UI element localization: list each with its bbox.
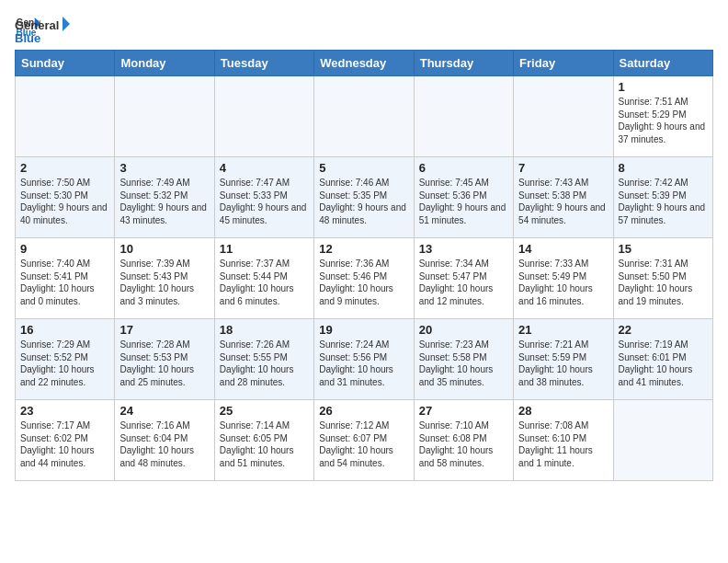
day-info: Sunrise: 7:42 AM Sunset: 5:39 PM Dayligh…: [619, 177, 708, 226]
day-info: Sunrise: 7:50 AM Sunset: 5:30 PM Dayligh…: [20, 177, 109, 226]
day-info: Sunrise: 7:24 AM Sunset: 5:56 PM Dayligh…: [319, 339, 408, 388]
day-info: Sunrise: 7:33 AM Sunset: 5:49 PM Dayligh…: [518, 258, 608, 307]
day-cell: 24Sunrise: 7:16 AM Sunset: 6:04 PM Dayli…: [115, 400, 214, 481]
day-cell: 10Sunrise: 7:39 AM Sunset: 5:43 PM Dayli…: [115, 238, 214, 319]
day-info: Sunrise: 7:28 AM Sunset: 5:53 PM Dayligh…: [119, 339, 209, 388]
day-cell: 16Sunrise: 7:29 AM Sunset: 5:52 PM Dayli…: [16, 319, 115, 400]
day-number: 20: [419, 323, 508, 337]
day-cell: 20Sunrise: 7:23 AM Sunset: 5:58 PM Dayli…: [414, 319, 513, 400]
day-info: Sunrise: 7:46 AM Sunset: 5:35 PM Dayligh…: [319, 177, 408, 226]
day-info: Sunrise: 7:36 AM Sunset: 5:46 PM Dayligh…: [319, 258, 408, 307]
day-number: 17: [119, 323, 209, 337]
day-number: 12: [319, 242, 408, 256]
day-number: 1: [619, 80, 708, 94]
day-number: 8: [619, 161, 708, 175]
day-cell: [16, 76, 115, 157]
day-info: Sunrise: 7:21 AM Sunset: 5:59 PM Dayligh…: [518, 339, 608, 388]
day-number: 11: [220, 242, 309, 256]
day-info: Sunrise: 7:43 AM Sunset: 5:38 PM Dayligh…: [518, 177, 608, 226]
day-info: Sunrise: 7:17 AM Sunset: 6:02 PM Dayligh…: [20, 419, 109, 469]
day-cell: 22Sunrise: 7:19 AM Sunset: 6:01 PM Dayli…: [613, 319, 712, 400]
day-info: Sunrise: 7:08 AM Sunset: 6:10 PM Dayligh…: [518, 419, 608, 469]
weekday-header-tuesday: Tuesday: [214, 51, 313, 76]
day-info: Sunrise: 7:39 AM Sunset: 5:43 PM Dayligh…: [119, 258, 209, 307]
day-cell: 25Sunrise: 7:14 AM Sunset: 6:05 PM Dayli…: [214, 400, 313, 481]
day-cell: 12Sunrise: 7:36 AM Sunset: 5:46 PM Dayli…: [314, 238, 414, 319]
day-number: 10: [119, 242, 209, 256]
day-info: Sunrise: 7:29 AM Sunset: 5:52 PM Dayligh…: [20, 339, 109, 388]
weekday-header-saturday: Saturday: [613, 51, 712, 76]
day-cell: [414, 76, 513, 157]
weekday-header-row: SundayMondayTuesdayWednesdayThursdayFrid…: [16, 51, 713, 76]
svg-text:Blue: Blue: [15, 31, 40, 45]
day-cell: 17Sunrise: 7:28 AM Sunset: 5:53 PM Dayli…: [115, 319, 214, 400]
day-number: 2: [20, 161, 109, 175]
svg-text:General: General: [15, 18, 59, 32]
day-info: Sunrise: 7:49 AM Sunset: 5:32 PM Dayligh…: [119, 177, 209, 226]
day-number: 24: [119, 404, 209, 418]
day-number: 15: [619, 242, 708, 256]
day-number: 16: [20, 323, 109, 337]
day-number: 18: [220, 323, 309, 337]
weekday-header-wednesday: Wednesday: [314, 51, 414, 76]
day-cell: 7Sunrise: 7:43 AM Sunset: 5:38 PM Daylig…: [514, 157, 613, 238]
day-number: 26: [319, 404, 408, 418]
day-number: 5: [319, 161, 408, 175]
day-cell: [514, 76, 613, 157]
day-cell: 4Sunrise: 7:47 AM Sunset: 5:33 PM Daylig…: [214, 157, 313, 238]
day-info: Sunrise: 7:40 AM Sunset: 5:41 PM Dayligh…: [20, 258, 109, 307]
day-info: Sunrise: 7:45 AM Sunset: 5:36 PM Dayligh…: [419, 177, 508, 226]
day-info: Sunrise: 7:26 AM Sunset: 5:55 PM Dayligh…: [220, 339, 309, 388]
day-cell: 21Sunrise: 7:21 AM Sunset: 5:59 PM Dayli…: [514, 319, 613, 400]
svg-marker-5: [63, 17, 70, 31]
day-number: 28: [518, 404, 608, 418]
day-cell: 11Sunrise: 7:37 AM Sunset: 5:44 PM Dayli…: [214, 238, 313, 319]
day-info: Sunrise: 7:14 AM Sunset: 6:05 PM Dayligh…: [220, 419, 309, 469]
day-cell: 27Sunrise: 7:10 AM Sunset: 6:08 PM Dayli…: [414, 400, 513, 481]
day-info: Sunrise: 7:19 AM Sunset: 6:01 PM Dayligh…: [619, 339, 708, 388]
day-cell: 9Sunrise: 7:40 AM Sunset: 5:41 PM Daylig…: [16, 238, 115, 319]
day-cell: [214, 76, 313, 157]
day-number: 22: [619, 323, 708, 337]
day-number: 19: [319, 323, 408, 337]
week-row-5: 23Sunrise: 7:17 AM Sunset: 6:02 PM Dayli…: [16, 400, 713, 481]
day-cell: 28Sunrise: 7:08 AM Sunset: 6:10 PM Dayli…: [514, 400, 613, 481]
day-number: 3: [119, 161, 209, 175]
day-info: Sunrise: 7:31 AM Sunset: 5:50 PM Dayligh…: [619, 258, 708, 307]
week-row-2: 2Sunrise: 7:50 AM Sunset: 5:30 PM Daylig…: [16, 157, 713, 238]
weekday-header-friday: Friday: [514, 51, 613, 76]
week-row-4: 16Sunrise: 7:29 AM Sunset: 5:52 PM Dayli…: [16, 319, 713, 400]
day-cell: 15Sunrise: 7:31 AM Sunset: 5:50 PM Dayli…: [613, 238, 712, 319]
day-number: 4: [220, 161, 309, 175]
day-cell: 26Sunrise: 7:12 AM Sunset: 6:07 PM Dayli…: [314, 400, 414, 481]
day-info: Sunrise: 7:37 AM Sunset: 5:44 PM Dayligh…: [220, 258, 309, 307]
day-info: Sunrise: 7:12 AM Sunset: 6:07 PM Dayligh…: [319, 419, 408, 469]
day-cell: 19Sunrise: 7:24 AM Sunset: 5:56 PM Dayli…: [314, 319, 414, 400]
day-info: Sunrise: 7:47 AM Sunset: 5:33 PM Dayligh…: [220, 177, 309, 226]
week-row-1: 1Sunrise: 7:51 AM Sunset: 5:29 PM Daylig…: [16, 76, 713, 157]
day-cell: [314, 76, 414, 157]
day-number: 25: [220, 404, 309, 418]
day-info: Sunrise: 7:23 AM Sunset: 5:58 PM Dayligh…: [419, 339, 508, 388]
page-header: General Blue: [15, 15, 713, 40]
day-cell: 8Sunrise: 7:42 AM Sunset: 5:39 PM Daylig…: [613, 157, 712, 238]
day-cell: 13Sunrise: 7:34 AM Sunset: 5:47 PM Dayli…: [414, 238, 513, 319]
weekday-header-sunday: Sunday: [16, 51, 115, 76]
day-cell: [115, 76, 214, 157]
day-cell: 18Sunrise: 7:26 AM Sunset: 5:55 PM Dayli…: [214, 319, 313, 400]
weekday-header-thursday: Thursday: [414, 51, 513, 76]
calendar-table: SundayMondayTuesdayWednesdayThursdayFrid…: [15, 50, 713, 481]
day-cell: 2Sunrise: 7:50 AM Sunset: 5:30 PM Daylig…: [16, 157, 115, 238]
day-number: 23: [20, 404, 109, 418]
day-number: 27: [419, 404, 508, 418]
day-number: 6: [419, 161, 508, 175]
day-number: 21: [518, 323, 608, 337]
day-cell: 5Sunrise: 7:46 AM Sunset: 5:35 PM Daylig…: [314, 157, 414, 238]
day-info: Sunrise: 7:34 AM Sunset: 5:47 PM Dayligh…: [419, 258, 508, 307]
logo-svg: General Blue: [15, 15, 70, 50]
day-info: Sunrise: 7:51 AM Sunset: 5:29 PM Dayligh…: [619, 96, 708, 145]
day-cell: 6Sunrise: 7:45 AM Sunset: 5:36 PM Daylig…: [414, 157, 513, 238]
day-number: 13: [419, 242, 508, 256]
day-cell: 3Sunrise: 7:49 AM Sunset: 5:32 PM Daylig…: [115, 157, 214, 238]
day-cell: 14Sunrise: 7:33 AM Sunset: 5:49 PM Dayli…: [514, 238, 613, 319]
